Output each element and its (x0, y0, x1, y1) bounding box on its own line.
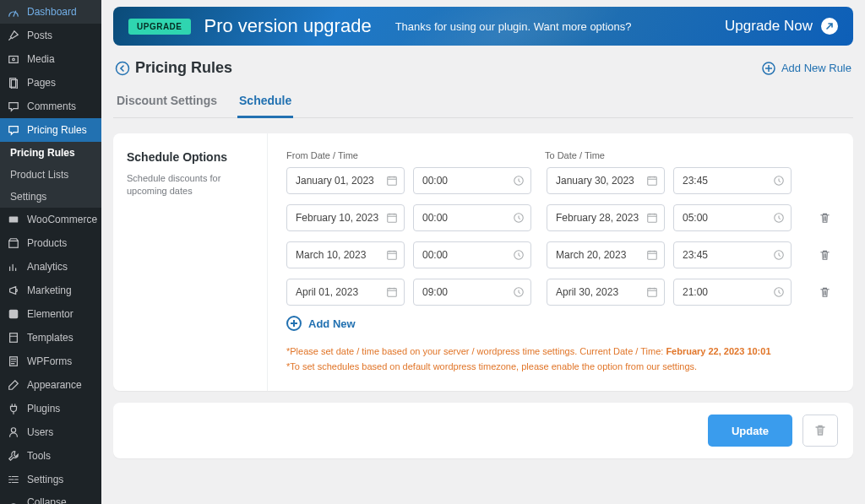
sidebar-item-label: Settings (27, 474, 63, 485)
megaphone-icon (7, 284, 20, 297)
svg-point-9 (11, 428, 15, 432)
to-date-input[interactable] (547, 241, 665, 268)
from-time-input[interactable] (413, 204, 531, 231)
plus-circle-icon (286, 316, 302, 331)
to-time-input[interactable] (673, 204, 792, 231)
upgrade-cta-label: Upgrade Now (725, 18, 813, 35)
pin-icon (7, 29, 20, 42)
sidebar-item-settings[interactable]: Settings (0, 468, 101, 491)
tab-schedule[interactable]: Schedule (237, 85, 293, 118)
svg-rect-5 (9, 241, 19, 247)
to-date-input[interactable] (547, 279, 665, 306)
sidebar-item-label: Elementor (27, 308, 73, 320)
submenu-item-pricing-rules[interactable]: Pricing Rules (0, 142, 101, 164)
schedule-card-left: Schedule Options Schedule discounts for … (113, 133, 268, 391)
delete-row-button[interactable] (815, 283, 835, 302)
to-date-input[interactable] (547, 167, 665, 194)
sidebar-item-pages[interactable]: Pages (0, 71, 101, 95)
arrow-up-right-icon (821, 18, 838, 35)
schedule-subhead: Schedule discounts for upcoming dates (127, 172, 253, 198)
user-icon (7, 425, 20, 439)
sidebar-item-dashboard[interactable]: Dashboard (0, 0, 101, 24)
banner-title: Pro version upgrade (204, 15, 372, 37)
svg-rect-7 (10, 333, 18, 343)
main-content: UPGRADE Pro version upgrade Thanks for u… (101, 0, 865, 504)
sidebar-item-analytics[interactable]: Analytics (0, 255, 101, 279)
to-time-input[interactable] (673, 279, 792, 306)
plug-icon (7, 402, 20, 415)
sidebar-item-label: Products (27, 237, 67, 249)
delete-button[interactable] (802, 415, 838, 447)
templates-icon (7, 331, 20, 344)
schedule-row (286, 279, 835, 306)
media-icon (7, 52, 20, 66)
from-time-input[interactable] (413, 241, 531, 268)
archive-icon (7, 236, 20, 250)
from-date-input[interactable] (286, 204, 405, 231)
sidebar-item-posts[interactable]: Posts (0, 24, 101, 47)
to-time-input[interactable] (673, 167, 792, 194)
to-date-input[interactable] (547, 204, 665, 231)
from-date-input[interactable] (286, 241, 405, 268)
tab-discount-settings[interactable]: Discount Settings (115, 85, 219, 118)
comment-icon (7, 123, 20, 137)
to-time-input[interactable] (673, 241, 792, 268)
to-column-label: To Date / Time (545, 150, 790, 160)
submenu-item-settings[interactable]: Settings (0, 186, 101, 208)
page-header: Pricing Rules Add New Rule (113, 59, 853, 77)
schedule-card-right: From Date / Time To Date / Time Add New … (268, 133, 853, 391)
svg-point-11 (117, 62, 129, 74)
sidebar-item-label: Comments (27, 100, 76, 112)
dashboard-icon (7, 5, 20, 19)
sidebar-item-pricing-rules[interactable]: Pricing Rules (0, 118, 101, 142)
settings-icon (7, 473, 20, 486)
update-button[interactable]: Update (708, 415, 792, 447)
sidebar-item-plugins[interactable]: Plugins (0, 397, 101, 420)
sidebar-item-elementor[interactable]: Elementor (0, 302, 101, 326)
elementor-icon (7, 307, 20, 321)
sidebar-item-comments[interactable]: Comments (0, 95, 101, 118)
add-new-schedule-button[interactable]: Add New (286, 316, 835, 331)
sidebar-item-appearance[interactable]: Appearance (0, 373, 101, 397)
wpforms-icon (7, 355, 20, 368)
add-rule-label: Add New Rule (781, 62, 851, 74)
sidebar-item-templates[interactable]: Templates (0, 326, 101, 350)
svg-rect-4 (9, 217, 19, 223)
sidebar-item-collapse-menu[interactable]: Collapse menu (0, 491, 101, 504)
schedule-row (286, 204, 835, 231)
sidebar-item-label: Posts (27, 30, 52, 41)
tabs: Discount Settings Schedule (113, 85, 853, 118)
sidebar-item-marketing[interactable]: Marketing (0, 279, 101, 302)
sidebar-item-label: Collapse menu (27, 496, 95, 504)
from-date-input[interactable] (286, 279, 405, 306)
from-time-input[interactable] (413, 167, 531, 194)
banner-desc: Thanks for using our plugin. Want more o… (395, 20, 632, 33)
sidebar-item-label: Tools (27, 450, 51, 462)
sidebar-item-users[interactable]: Users (0, 420, 101, 444)
sidebar-item-label: Templates (27, 332, 73, 344)
sidebar-item-wpforms[interactable]: WPForms (0, 350, 101, 373)
sidebar-item-woocommerce[interactable]: WooCommerce (0, 208, 101, 231)
sidebar-item-label: Pricing Rules (27, 124, 87, 136)
sidebar-item-label: Media (27, 53, 55, 65)
sidebar-item-label: WooCommerce (27, 214, 97, 225)
svg-point-1 (13, 58, 15, 61)
sidebar-item-products[interactable]: Products (0, 231, 101, 255)
schedule-row (286, 167, 835, 194)
sidebar-item-label: Plugins (27, 403, 60, 415)
delete-row-button[interactable] (815, 209, 835, 228)
action-bar: Update (113, 403, 853, 458)
from-date-input[interactable] (286, 167, 405, 194)
from-time-input[interactable] (413, 279, 531, 306)
upgrade-badge: UPGRADE (128, 19, 191, 35)
schedule-note-1: *Please set date / time based on your se… (286, 344, 835, 360)
wrench-icon (7, 449, 20, 463)
sidebar-item-label: Appearance (27, 379, 82, 391)
submenu-item-product-lists[interactable]: Product Lists (0, 164, 101, 186)
back-arrow-icon[interactable] (115, 61, 130, 76)
sidebar-item-media[interactable]: Media (0, 47, 101, 71)
add-new-rule-button[interactable]: Add New Rule (761, 61, 851, 76)
sidebar-item-tools[interactable]: Tools (0, 444, 101, 468)
delete-row-button[interactable] (815, 246, 835, 265)
upgrade-now-button[interactable]: Upgrade Now (725, 18, 838, 35)
